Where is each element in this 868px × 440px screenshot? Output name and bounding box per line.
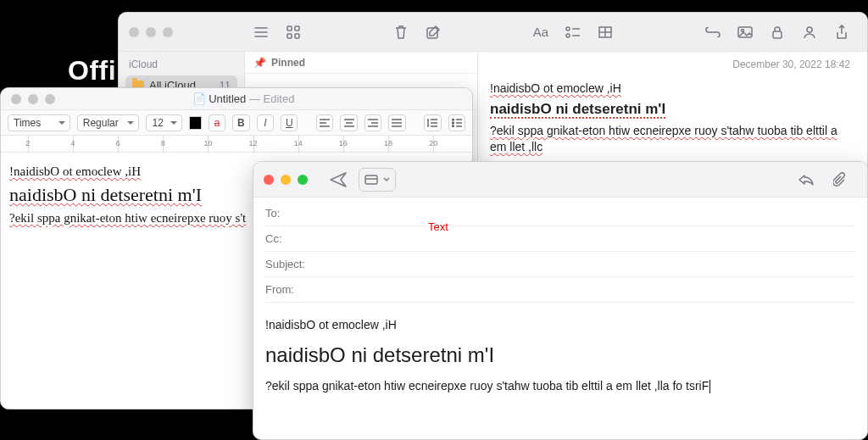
compose-fields: To: Cc: Subject: From: xyxy=(253,198,867,303)
list-view-button[interactable] xyxy=(248,20,275,44)
te-line-3: ?ekil sppa gnikat-eton htiw ecneirepxe r… xyxy=(9,211,246,225)
pin-icon: 📌 xyxy=(253,57,266,69)
reply-button[interactable] xyxy=(793,168,820,192)
subject-field[interactable]: Subject: xyxy=(265,252,855,277)
ruler-number: 20 xyxy=(429,139,437,148)
bold-b-icon: B xyxy=(237,117,245,129)
collaborate-button[interactable] xyxy=(796,20,823,44)
font-style-select[interactable]: Regular xyxy=(77,114,140,131)
chevron-down-icon xyxy=(383,177,390,182)
attach-button[interactable] xyxy=(826,168,854,192)
sidebar-section-label: iCloud xyxy=(119,52,244,74)
minimize-dot[interactable] xyxy=(281,175,291,185)
font-family-select[interactable]: Times xyxy=(8,114,70,131)
to-label: To: xyxy=(265,207,316,220)
cc-field[interactable]: Cc: xyxy=(265,226,855,252)
bold-button[interactable]: B xyxy=(232,114,249,131)
doc-title: Untitled xyxy=(209,92,246,105)
to-field[interactable]: To: xyxy=(265,201,855,226)
te-line-1: !naidisbO ot emoclew ,iH xyxy=(9,164,141,178)
textedit-ruler[interactable]: 2468101214161820 xyxy=(1,136,472,153)
textedit-titlebar: 📄 Untitled — Edited xyxy=(1,88,472,110)
textedit-traffic-lights[interactable] xyxy=(1,94,65,104)
svg-rect-3 xyxy=(287,26,292,31)
lock-icon xyxy=(771,25,783,39)
subject-label: Subject: xyxy=(265,258,316,270)
table-icon xyxy=(598,26,612,38)
compose-traffic-lights[interactable] xyxy=(253,175,318,185)
send-button[interactable] xyxy=(325,168,352,192)
link-button[interactable] xyxy=(699,20,726,44)
red-annotation-text: Text xyxy=(428,220,448,233)
italic-button[interactable]: I xyxy=(257,114,274,131)
text-color-swatch[interactable] xyxy=(189,116,202,130)
grid-view-button[interactable] xyxy=(280,20,307,44)
from-field[interactable]: From: xyxy=(265,277,855,303)
ruler-number: 6 xyxy=(116,139,120,148)
list-icon xyxy=(253,26,269,38)
note-line-3: ?ekil sppa gnikat-eton htiw ecneirepxe r… xyxy=(490,124,837,153)
textedit-format-bar: Times Regular 12 a B I U xyxy=(1,110,472,136)
table-button[interactable] xyxy=(592,20,619,44)
reply-arrow-icon xyxy=(798,174,815,186)
underline-button[interactable]: U xyxy=(281,114,298,131)
person-icon xyxy=(803,25,816,39)
svg-point-36 xyxy=(452,122,453,124)
minimize-dot[interactable] xyxy=(28,94,38,104)
svg-rect-6 xyxy=(295,34,299,38)
paper-plane-icon xyxy=(330,172,347,187)
zoom-dot[interactable] xyxy=(45,94,55,104)
svg-rect-4 xyxy=(295,26,299,31)
close-dot[interactable] xyxy=(264,175,274,185)
delete-button[interactable] xyxy=(387,20,415,44)
notes-traffic-lights[interactable] xyxy=(119,27,183,37)
ruler-number: 16 xyxy=(339,139,348,148)
photo-icon xyxy=(737,26,753,38)
svg-rect-5 xyxy=(287,34,292,38)
align-center-icon xyxy=(344,119,354,127)
checklist-button[interactable] xyxy=(559,20,587,44)
underline-u-icon: U xyxy=(286,117,293,129)
ruler-number: 12 xyxy=(249,139,258,148)
doc-edited: — Edited xyxy=(246,92,294,105)
share-button[interactable] xyxy=(828,20,855,44)
ruler-number: 2 xyxy=(25,139,30,148)
font-family-value: Times xyxy=(14,117,41,129)
font-size-select[interactable]: 12 xyxy=(146,114,181,131)
header-fields-button[interactable] xyxy=(359,168,396,192)
ruler-number: 14 xyxy=(294,139,303,148)
from-label: From: xyxy=(265,283,316,296)
align-justify-button[interactable] xyxy=(388,114,405,131)
ruler-number: 18 xyxy=(384,139,392,148)
pinned-header: 📌 Pinned xyxy=(245,52,477,74)
doc-icon: 📄 xyxy=(192,92,206,105)
line-spacing-icon xyxy=(427,118,437,128)
compose-line-3: ?ekil sppa gnikat-eton htiw ecneirepxe r… xyxy=(265,379,709,393)
zoom-dot[interactable] xyxy=(163,27,173,37)
line-spacing-button[interactable] xyxy=(424,114,441,131)
list-style-button[interactable] xyxy=(448,114,465,131)
close-dot[interactable] xyxy=(11,94,21,104)
align-right-icon xyxy=(368,119,378,127)
svg-rect-17 xyxy=(773,31,782,38)
strike-color-button[interactable]: a xyxy=(209,114,225,131)
trash-icon xyxy=(394,25,408,40)
close-dot[interactable] xyxy=(129,27,139,37)
lock-button[interactable] xyxy=(764,20,791,44)
minimize-dot[interactable] xyxy=(146,27,156,37)
pinned-label: Pinned xyxy=(271,57,305,69)
align-left-button[interactable] xyxy=(316,114,333,131)
notes-toolbar: Aa xyxy=(119,13,867,52)
checklist-icon xyxy=(565,26,581,38)
mail-compose-window: To: Cc: Subject: From: !naidisbO ot emoc… xyxy=(253,161,868,440)
media-button[interactable] xyxy=(732,20,759,44)
list-bullets-icon xyxy=(452,119,462,127)
te-line-2: naidisbO ni detseretni m'I xyxy=(9,184,202,205)
align-center-button[interactable] xyxy=(340,114,357,131)
new-note-button[interactable] xyxy=(420,20,447,44)
format-button[interactable]: Aa xyxy=(527,20,554,44)
compose-body[interactable]: !naidisbO ot emoclew ,iH naidisbO ni det… xyxy=(253,303,867,409)
align-right-button[interactable] xyxy=(364,114,381,131)
align-left-icon xyxy=(320,119,330,127)
zoom-dot[interactable] xyxy=(298,175,308,185)
